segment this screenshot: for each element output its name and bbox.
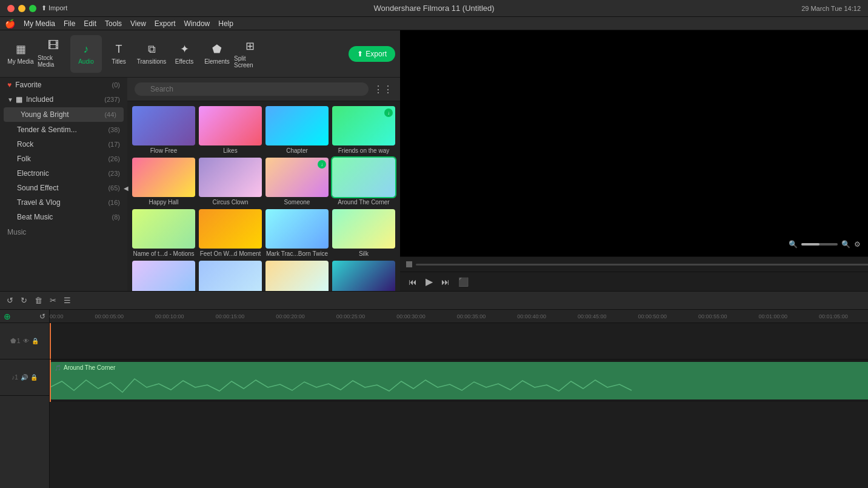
search-input[interactable] [135, 82, 369, 96]
sidebar-included-count: (237) [104, 96, 120, 103]
music-footer: Music [0, 224, 127, 240]
media-item-13[interactable]: Feel the summer [132, 261, 195, 291]
audio-clip[interactable]: 🎵 Around The Corner [50, 362, 868, 399]
tender-count: (38) [108, 126, 120, 133]
media-item-12[interactable]: Silk [332, 209, 395, 257]
playhead-dot[interactable] [406, 261, 412, 267]
sidebar-item-travel-vlog[interactable]: Travel & Vlog (16) [0, 195, 127, 210]
media-name: Around The Corner [332, 199, 395, 206]
sidebar-item-rock[interactable]: Rock (17) [0, 137, 127, 152]
menu-apple[interactable]: 🍎 [5, 19, 15, 28]
sidebar-item-tender[interactable]: Tender & Sentim... (38) [0, 122, 127, 137]
export-button[interactable]: ⬆ Export [349, 46, 395, 62]
media-item-7[interactable]: ↓ Someone [265, 158, 329, 206]
sidebar-item-electronic[interactable]: Electronic (23) [0, 166, 127, 181]
young-bright-count: (44) [104, 111, 116, 118]
add-track-button[interactable]: ⊕ [4, 312, 11, 321]
minimize-button[interactable] [18, 5, 25, 12]
audio-track-row: 🎵 Around The Corner [50, 359, 868, 402]
timeline-delete-button[interactable]: 🗑 [33, 295, 44, 306]
media-item-10[interactable]: Feet On W...d Moment [199, 209, 262, 257]
media-thumb [332, 158, 395, 197]
toolbar-titles[interactable]: T Titles [103, 35, 135, 73]
menu-view[interactable]: View [130, 19, 146, 28]
media-item-15[interactable]: Epilogue [265, 261, 329, 291]
toolbar-transitions[interactable]: ⧉ Transitions [136, 35, 167, 73]
play-button[interactable]: ▶ [423, 275, 435, 289]
toolbar-audio[interactable]: ♪ Audio [70, 35, 102, 73]
playhead-line [50, 323, 51, 359]
toolbar-effects[interactable]: ✦ Effects [169, 35, 200, 73]
timeline-zoom-bar[interactable] [801, 243, 838, 246]
timeline-redo-button[interactable]: ↻ [19, 295, 29, 306]
sidebar-item-sound-effect[interactable]: Sound Effect (65) ◀ [0, 181, 127, 195]
track-body-area: 00:0000:00:05:0000:00:10:0000:00:15:0000… [50, 310, 868, 488]
ruler-tick-4: 00:00:20:00 [276, 313, 305, 319]
media-item-3[interactable]: Chapter [265, 106, 329, 154]
maximize-button[interactable] [29, 5, 36, 12]
lock-icon[interactable]: 🔒 [32, 338, 39, 344]
menu-edit[interactable]: Edit [84, 19, 96, 28]
media-item-2[interactable]: Likes [199, 106, 262, 154]
media-name: Friends on the way [332, 147, 395, 154]
sidebar-item-included[interactable]: ▼ ▦ Included (237) [0, 92, 127, 107]
media-item-1[interactable]: Flow Free [132, 106, 195, 154]
timeline-list-button[interactable]: ☰ [62, 295, 73, 306]
ruler-tick-8: 00:00:40:00 [517, 313, 546, 319]
stock-media-label: Stock Media [38, 55, 69, 68]
sidebar-item-beat-music[interactable]: Beat Music (8) [0, 210, 127, 224]
sidebar-item-young-bright[interactable]: Young & Bright (44) [4, 107, 124, 122]
datetime-display: 29 March Tue 14:12 [801, 5, 861, 12]
sidebar-item-favorite[interactable]: ♥ Favorite (0) [0, 78, 127, 92]
toolbar-stock-media[interactable]: 🎞 Stock Media [38, 35, 69, 73]
media-item-6[interactable]: Circus Clown [199, 158, 262, 206]
menu-window[interactable]: Window [184, 19, 210, 28]
next-frame-button[interactable]: ⏭ [439, 276, 452, 288]
zoom-in-icon[interactable]: 🔍 [841, 240, 850, 249]
track-1-icon: ⬟1 [10, 337, 20, 345]
toolbar-my-media[interactable]: ▦ My Media [5, 35, 36, 73]
media-thumb [132, 261, 195, 291]
toolbar-elements[interactable]: ⬟ Elements [201, 35, 233, 73]
loop-button[interactable]: ↺ [39, 312, 45, 321]
prev-frame-button[interactable]: ⏮ [406, 276, 419, 288]
toolbar-split-screen[interactable]: ⊞ Split Screen [234, 35, 265, 73]
import-button[interactable]: ⬆ Import [41, 4, 78, 12]
playback-controls: ⏮ ▶ ⏭ ⬛ 📷 📸 🔊 Full 50% 75% 100% [400, 272, 868, 291]
menu-help[interactable]: Help [218, 19, 233, 28]
grid-view-icon[interactable]: ⋮⋮ [373, 84, 393, 95]
media-item-14[interactable]: Verve [199, 261, 262, 291]
media-name: Happy Hall [132, 199, 195, 206]
menu-tools[interactable]: Tools [105, 19, 122, 28]
beat-music-label: Beat Music [17, 213, 112, 221]
window-controls[interactable] [7, 5, 36, 12]
audio-lock-icon[interactable]: 🔒 [30, 374, 38, 381]
media-item-16[interactable]: Little Maps - Eddie [332, 261, 395, 291]
eye-icon[interactable]: 👁 [23, 338, 29, 344]
timeline-undo-button[interactable]: ↺ [5, 295, 15, 306]
timeline-cut-button[interactable]: ✂ [48, 295, 58, 306]
media-thumb [132, 158, 195, 197]
media-item-8[interactable]: Around The Corner [332, 158, 395, 206]
tender-label: Tender & Sentim... [17, 125, 108, 134]
sidebar-included-label: Included [26, 95, 104, 104]
sidebar-item-folk[interactable]: Folk (26) [0, 152, 127, 166]
speaker-icon[interactable]: 🔊 [21, 374, 28, 381]
progress-bar[interactable] [416, 264, 868, 266]
media-item-4[interactable]: ↓ Friends on the way [332, 106, 395, 154]
close-button[interactable] [7, 5, 15, 12]
media-item-5[interactable]: Happy Hall [132, 158, 195, 206]
video-track-row [50, 323, 868, 359]
stop-button[interactable]: ⬛ [456, 276, 471, 288]
media-item-11[interactable]: Mark Trac...Born Twice [265, 209, 329, 257]
elements-icon: ⬟ [212, 42, 222, 56]
zoom-out-icon[interactable]: 🔍 [789, 240, 798, 249]
menu-export[interactable]: Export [155, 19, 176, 28]
settings-icon[interactable]: ⚙ [854, 240, 861, 249]
media-item-9[interactable]: Name of t...d - Motions [132, 209, 195, 257]
media-thumb [265, 209, 329, 249]
media-thumb [265, 106, 329, 145]
media-thumb [199, 158, 262, 197]
menu-file[interactable]: File [64, 19, 75, 28]
menu-app[interactable]: My Media [24, 19, 55, 28]
